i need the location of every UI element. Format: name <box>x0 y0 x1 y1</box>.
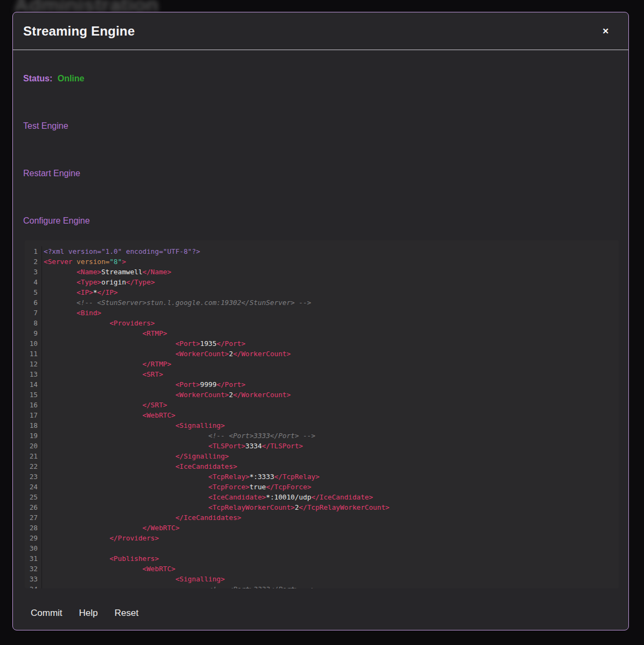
code-line-content: <IceCandidate>*:10010/udp</IceCandidate> <box>42 492 373 502</box>
help-button[interactable]: Help <box>79 608 98 619</box>
line-number: 21 <box>25 451 42 461</box>
code-line-content: <TcpRelayWorkerCount>2</TcpRelayWorkerCo… <box>42 502 390 512</box>
code-line: 26 <TcpRelayWorkerCount>2</TcpRelayWorke… <box>25 502 619 512</box>
code-line-content: <!-- <StunServer>stun.l.google.com:19302… <box>42 297 311 308</box>
line-number: 26 <box>25 502 42 512</box>
line-number: 17 <box>25 410 42 420</box>
line-number: 25 <box>25 492 42 502</box>
line-number: 9 <box>25 328 42 338</box>
dialog-title: Streaming Engine <box>23 24 135 39</box>
code-line-content: <Bind> <box>42 308 101 318</box>
code-line: 4 <Type>origin</Type> <box>25 277 619 287</box>
code-line-content <box>42 543 44 553</box>
code-line-content: </RTMP> <box>42 359 171 369</box>
line-number: 15 <box>25 390 42 400</box>
code-line: 18 <Signalling> <box>25 420 619 431</box>
restart-engine-link[interactable]: Restart Engine <box>23 168 80 178</box>
code-line-content: <WebRTC> <box>42 564 175 574</box>
line-number: 22 <box>25 461 42 471</box>
line-number: 34 <box>25 584 42 588</box>
code-line-content: </Signalling> <box>42 451 229 461</box>
code-line: 33 <Signalling> <box>25 574 619 584</box>
close-button[interactable]: ✕ <box>599 25 612 37</box>
code-line: 14 <Port>9999</Port> <box>25 379 619 390</box>
status-value: Online <box>58 74 85 83</box>
line-number: 8 <box>25 318 42 328</box>
code-editor-lines: 1<?xml version="1.0" encoding="UTF-8"?>2… <box>25 246 619 588</box>
code-line-content: <WorkerCount>2</WorkerCount> <box>42 390 290 400</box>
code-line: 19 <!-- <Port>3333</Port> --> <box>25 431 619 441</box>
code-line: 15 <WorkerCount>2</WorkerCount> <box>25 390 619 400</box>
code-line-content: <Port>9999</Port> <box>42 379 245 390</box>
code-line-content: <Signalling> <box>42 574 225 584</box>
code-line: 9 <RTMP> <box>25 328 619 338</box>
code-line-content: <Port>1935</Port> <box>42 338 245 349</box>
code-line: 2<Server version="8"> <box>25 256 619 267</box>
line-number: 6 <box>25 297 42 308</box>
line-number: 19 <box>25 431 42 441</box>
code-line-content: <?xml version="1.0" encoding="UTF-8"?> <box>42 246 200 256</box>
code-line: 6 <!-- <StunServer>stun.l.google.com:193… <box>25 297 619 308</box>
configure-engine-link[interactable]: Configure Engine <box>23 216 90 226</box>
code-line-content: <TcpForce>true</TcpForce> <box>42 482 311 492</box>
code-line: 12 </RTMP> <box>25 359 619 369</box>
code-line: 5 <IP>*</IP> <box>25 287 619 297</box>
status-label: Status: <box>23 74 52 83</box>
code-line: 22 <IceCandidates> <box>25 461 619 471</box>
close-icon: ✕ <box>602 26 609 36</box>
test-engine-link[interactable]: Test Engine <box>23 121 68 131</box>
streaming-engine-dialog: Streaming Engine ✕ Status: Online Test E… <box>12 12 629 630</box>
reset-button[interactable]: Reset <box>115 608 139 619</box>
code-line-content: <Signalling> <box>42 420 225 431</box>
code-line-content: <WebRTC> <box>42 410 175 420</box>
line-number: 23 <box>25 471 42 482</box>
line-number: 27 <box>25 512 42 523</box>
code-line: 3 <Name>Streamwell</Name> <box>25 267 619 277</box>
code-line-content: </Providers> <box>42 533 159 543</box>
line-number: 14 <box>25 379 42 390</box>
line-number: 18 <box>25 420 42 431</box>
code-line: 32 <WebRTC> <box>25 564 619 574</box>
line-number: 13 <box>25 369 42 379</box>
code-line-content: </IceCandidates> <box>42 512 241 523</box>
code-line: 1<?xml version="1.0" encoding="UTF-8"?> <box>25 246 619 256</box>
code-line-content: <RTMP> <box>42 328 167 338</box>
dialog-header: Streaming Engine ✕ <box>13 12 628 50</box>
code-line-content: <Name>Streamwell</Name> <box>42 267 171 277</box>
line-number: 10 <box>25 338 42 349</box>
code-line: 31 <Publishers> <box>25 553 619 564</box>
line-number: 20 <box>25 441 42 451</box>
code-line: 16 </SRT> <box>25 400 619 410</box>
code-line: 30 <box>25 543 619 553</box>
line-number: 33 <box>25 574 42 584</box>
code-line: 10 <Port>1935</Port> <box>25 338 619 349</box>
code-line: 20 <TLSPort>3334</TLSPort> <box>25 441 619 451</box>
code-line: 27 </IceCandidates> <box>25 512 619 523</box>
code-line: 29 </Providers> <box>25 533 619 543</box>
code-line-content: </WebRTC> <box>42 523 179 533</box>
code-line: 8 <Providers> <box>25 318 619 328</box>
line-number: 32 <box>25 564 42 574</box>
line-number: 3 <box>25 267 42 277</box>
commit-button[interactable]: Commit <box>31 608 63 619</box>
engine-status: Status: Online <box>23 73 619 84</box>
code-line: 34 <!-- <Port>3333</Port> --> <box>25 584 619 588</box>
dialog-footer: Commit Help Reset <box>13 588 628 630</box>
code-line-content: <IceCandidates> <box>42 461 237 471</box>
line-number: 30 <box>25 543 42 553</box>
line-number: 5 <box>25 287 42 297</box>
code-line: 24 <TcpForce>true</TcpForce> <box>25 482 619 492</box>
code-line: 13 <SRT> <box>25 369 619 379</box>
code-line-content: <Server version="8"> <box>42 256 126 267</box>
code-line-content: <SRT> <box>42 369 163 379</box>
dialog-body: Status: Online Test Engine Restart Engin… <box>13 50 628 588</box>
code-line-content: <!-- <Port>3333</Port> --> <box>42 431 315 441</box>
code-line-content: <IP>*</IP> <box>42 287 118 297</box>
line-number: 24 <box>25 482 42 492</box>
xml-config-editor[interactable]: 1<?xml version="1.0" encoding="UTF-8"?>2… <box>25 240 619 588</box>
line-number: 12 <box>25 359 42 369</box>
code-line-content: <Publishers> <box>42 553 159 564</box>
line-number: 28 <box>25 523 42 533</box>
code-line: 17 <WebRTC> <box>25 410 619 420</box>
code-line: 11 <WorkerCount>2</WorkerCount> <box>25 349 619 359</box>
